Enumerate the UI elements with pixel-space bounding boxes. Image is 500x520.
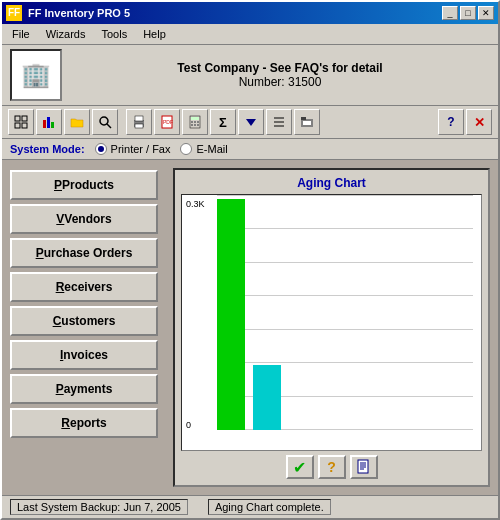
purchase-orders-label: Purchase Orders <box>36 246 133 260</box>
toolbar: PDF Σ ? ✕ <box>2 106 498 139</box>
list-button[interactable] <box>266 109 292 135</box>
chart-status: Aging Chart complete. <box>208 499 331 515</box>
payments-button[interactable]: Payments <box>10 374 158 404</box>
question-button[interactable]: ? <box>318 455 346 479</box>
company-number: Number: 31500 <box>70 75 490 89</box>
products-label: Products <box>62 178 114 192</box>
invoices-label: Invoices <box>60 348 108 362</box>
chart-area: Aging Chart 0.3K 0 <box>173 168 490 487</box>
svg-rect-21 <box>197 124 199 126</box>
grid-line-1 <box>217 195 473 196</box>
system-mode-label: System Mode: <box>10 143 85 155</box>
main-content: PProducts VVendors Purchase Orders Recei… <box>2 160 498 495</box>
svg-rect-6 <box>51 122 54 128</box>
svg-point-7 <box>100 117 108 125</box>
reports-label: Reports <box>61 416 106 430</box>
svg-rect-27 <box>303 121 311 125</box>
chart-y-bottom-label: 0 <box>186 420 191 430</box>
menu-file[interactable]: File <box>6 26 36 42</box>
svg-rect-19 <box>191 124 193 126</box>
company-name: Test Company - See FAQ's for detail <box>70 61 490 75</box>
printer-fax-option[interactable]: Printer / Fax <box>95 143 171 155</box>
title-bar-controls: _ □ ✕ <box>442 6 494 20</box>
email-radio[interactable] <box>180 143 192 155</box>
bar-2 <box>253 365 281 430</box>
reports-button[interactable]: Reports <box>10 408 158 438</box>
vendors-label: Vendors <box>64 212 111 226</box>
grid-button[interactable] <box>8 109 34 135</box>
company-header: 🏢 Test Company - See FAQ's for detail Nu… <box>2 45 498 106</box>
status-bar: Last System Backup: Jun 7, 2005 Aging Ch… <box>2 495 498 518</box>
svg-rect-20 <box>194 124 196 126</box>
customers-button[interactable]: Customers <box>10 306 158 336</box>
customers-label: Customers <box>53 314 116 328</box>
svg-rect-11 <box>135 124 143 128</box>
close-button[interactable]: ✕ <box>478 6 494 20</box>
email-label: E-Mail <box>196 143 227 155</box>
chart-y-top-label: 0.3K <box>186 199 205 209</box>
folder-button[interactable] <box>64 109 90 135</box>
chart-button[interactable] <box>36 109 62 135</box>
svg-rect-5 <box>47 117 50 128</box>
document-button[interactable] <box>350 455 378 479</box>
backup-status: Last System Backup: Jun 7, 2005 <box>10 499 188 515</box>
products-button[interactable]: PProducts <box>10 170 158 200</box>
svg-rect-15 <box>191 117 199 120</box>
help-button[interactable]: ? <box>438 109 464 135</box>
svg-text:PDF: PDF <box>163 119 173 125</box>
svg-rect-17 <box>194 121 196 123</box>
invoices-button[interactable]: Invoices <box>10 340 158 370</box>
print-button[interactable] <box>126 109 152 135</box>
menu-tools[interactable]: Tools <box>95 26 133 42</box>
svg-rect-2 <box>15 123 20 128</box>
pdf-button[interactable]: PDF <box>154 109 180 135</box>
exit-button[interactable]: ✕ <box>466 109 492 135</box>
logo-icon: 🏢 <box>21 61 51 89</box>
calc-button[interactable] <box>182 109 208 135</box>
svg-rect-16 <box>191 121 193 123</box>
minimize-button[interactable]: _ <box>442 6 458 20</box>
chart-buttons: ✔ ? <box>181 455 482 479</box>
svg-rect-1 <box>22 116 27 121</box>
title-bar: FF FF Inventory PRO 5 _ □ ✕ <box>2 2 498 24</box>
receivers-button[interactable]: Receivers <box>10 272 158 302</box>
svg-rect-0 <box>15 116 20 121</box>
main-window: FF FF Inventory PRO 5 _ □ ✕ File Wizards… <box>0 0 500 520</box>
email-option[interactable]: E-Mail <box>180 143 227 155</box>
app-icon: FF <box>6 5 22 21</box>
down-button[interactable] <box>238 109 264 135</box>
svg-rect-10 <box>135 116 143 121</box>
printer-fax-radio[interactable] <box>95 143 107 155</box>
search-button[interactable] <box>92 109 118 135</box>
purchase-orders-button[interactable]: Purchase Orders <box>10 238 158 268</box>
logo-box: 🏢 <box>10 49 62 101</box>
payments-label: Payments <box>56 382 113 396</box>
chart-title: Aging Chart <box>181 176 482 190</box>
sigma-button[interactable]: Σ <box>210 109 236 135</box>
system-mode-bar: System Mode: Printer / Fax E-Mail <box>2 139 498 160</box>
svg-line-8 <box>107 124 111 128</box>
menu-wizards[interactable]: Wizards <box>40 26 92 42</box>
printer-fax-label: Printer / Fax <box>111 143 171 155</box>
menu-help[interactable]: Help <box>137 26 172 42</box>
maximize-button[interactable]: □ <box>460 6 476 20</box>
checkmark-button[interactable]: ✔ <box>286 455 314 479</box>
company-info: Test Company - See FAQ's for detail Numb… <box>70 61 490 89</box>
bar-1 <box>217 199 245 430</box>
svg-rect-3 <box>22 123 27 128</box>
svg-rect-18 <box>197 121 199 123</box>
vendors-button[interactable]: VVendors <box>10 204 158 234</box>
bars-container <box>217 199 281 430</box>
menu-bar: File Wizards Tools Help <box>2 24 498 45</box>
title-bar-text: FF FF Inventory PRO 5 <box>6 5 130 21</box>
fax-button[interactable] <box>294 109 320 135</box>
sidebar: PProducts VVendors Purchase Orders Recei… <box>10 168 165 487</box>
receivers-label: Receivers <box>56 280 113 294</box>
window-title: FF Inventory PRO 5 <box>28 7 130 19</box>
svg-rect-28 <box>301 117 306 120</box>
chart-container: 0.3K 0 <box>181 194 482 451</box>
svg-marker-22 <box>246 119 256 126</box>
svg-rect-4 <box>43 120 46 128</box>
